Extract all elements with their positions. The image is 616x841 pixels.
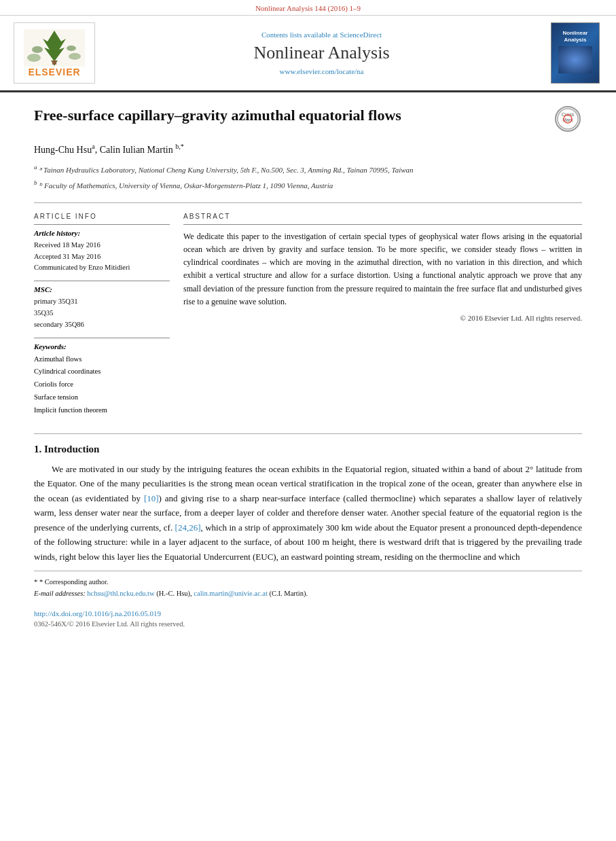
crossmark-badge[interactable]: Cross Mark xyxy=(555,106,582,133)
communicated-by: Communicated by Enzo Mitidieri xyxy=(34,262,170,274)
ref-10-link[interactable]: [10] xyxy=(144,493,159,503)
elsevier-brand-text: ELSEVIER xyxy=(28,67,80,77)
accepted-date: Accepted 31 May 2016 xyxy=(34,251,170,263)
footer-copyright: 0362-546X/© 2016 Elsevier Ltd. All right… xyxy=(34,620,582,628)
introduction-heading: 1. Introduction xyxy=(34,444,582,455)
received-date: Received 18 May 2016 xyxy=(34,240,170,251)
email-1-link[interactable]: hchsu@thl.ncku.edu.tw xyxy=(87,590,154,597)
keyword-5: Implicit function theorem xyxy=(34,404,170,417)
corresponding-author-note: * * Corresponding author. xyxy=(34,577,582,588)
elsevier-logo: ELSEVIER xyxy=(14,22,95,84)
svg-point-6 xyxy=(69,53,81,60)
svg-rect-2 xyxy=(52,60,56,65)
keywords-group: Keywords: Azimuthal flows Cylindrical co… xyxy=(34,338,170,417)
journal-name-heading: Nonlinear Analysis xyxy=(253,43,389,63)
journal-url[interactable]: www.elsevier.com/locate/na xyxy=(280,67,364,75)
email-2-link[interactable]: calin.martin@univie.ac.at xyxy=(194,590,268,597)
keywords-title: Keywords: xyxy=(34,342,170,351)
email-addresses-line: E-mail addresses: hchsu@thl.ncku.edu.tw … xyxy=(34,588,582,600)
history-title: Article history: xyxy=(34,229,170,237)
section-divider-2 xyxy=(34,433,582,434)
article-history-group: Article history: Received 18 May 2016 Ac… xyxy=(34,224,170,274)
cover-title: NonlinearAnalysis xyxy=(563,30,588,44)
article-info-column: ARTICLE INFO Article history: Received 1… xyxy=(34,213,170,424)
affiliation-b: b ᵇ Faculty of Mathematics, University o… xyxy=(34,178,582,192)
journal-center-info: Contents lists available at ScienceDirec… xyxy=(106,22,537,84)
authors-line: Hung-Chu Hsua, Calin Iulian Martin b,* xyxy=(34,143,582,156)
keyword-1: Azimuthal flows xyxy=(34,353,170,366)
keyword-4: Surface tension xyxy=(34,391,170,404)
affiliation-a: a ᵃ Tainan Hydraulics Laboratory, Nation… xyxy=(34,162,582,176)
keyword-3: Coriolis force xyxy=(34,378,170,391)
section-divider-1 xyxy=(34,202,582,203)
msc-secondary: secondary 35Q86 xyxy=(34,319,170,331)
abstract-label: ABSTRACT xyxy=(183,213,582,220)
cover-box: NonlinearAnalysis xyxy=(551,22,600,84)
journal-citation: Nonlinear Analysis 144 (2016) 1–9 xyxy=(255,4,361,12)
crossmark-icon: Cross Mark xyxy=(555,106,581,132)
ref-24-26-link[interactable]: [24,26] xyxy=(175,522,201,533)
cover-artwork xyxy=(558,46,592,73)
paper-title: Free-surface capillary–gravity azimuthal… xyxy=(34,106,582,126)
msc-group: MSC: primary 35Q31 35Q35 secondary 35Q86 xyxy=(34,281,170,330)
msc-primary: primary 35Q31 xyxy=(34,296,170,308)
article-info-label: ARTICLE INFO xyxy=(34,213,170,220)
abstract-text: We dedicate this paper to the investigat… xyxy=(183,230,582,308)
msc-codes: 35Q35 xyxy=(34,308,170,319)
keyword-2: Cylindrical coordinates xyxy=(34,365,170,378)
abstract-copyright: © 2016 Elsevier Ltd. All rights reserved… xyxy=(183,314,582,322)
author-names: Hung-Chu Hsua, Calin Iulian Martin b,* xyxy=(34,145,184,155)
doi-link[interactable]: http://dx.doi.org/10.1016/j.na.2016.05.0… xyxy=(34,609,582,618)
elsevier-tree-icon xyxy=(24,29,85,67)
affiliations: a ᵃ Tainan Hydraulics Laboratory, Nation… xyxy=(34,162,582,192)
journal-cover-image: NonlinearAnalysis xyxy=(548,22,602,84)
svg-point-5 xyxy=(27,54,41,62)
svg-point-3 xyxy=(32,46,43,53)
article-info-abstract-row: ARTICLE INFO Article history: Received 1… xyxy=(34,213,582,424)
contents-available-line: Contents lists available at ScienceDirec… xyxy=(261,31,382,39)
journal-header: ELSEVIER Contents lists available at Sci… xyxy=(0,16,616,92)
msc-title: MSC: xyxy=(34,285,170,293)
sciencedirect-link[interactable]: ScienceDirect xyxy=(340,31,382,39)
contents-label: Contents lists available at xyxy=(261,31,338,39)
footnote-area: * * Corresponding author. E-mail address… xyxy=(34,571,582,600)
svg-point-4 xyxy=(67,46,76,51)
abstract-column: ABSTRACT We dedicate this paper to the i… xyxy=(183,213,582,424)
footer-area: http://dx.doi.org/10.1016/j.na.2016.05.0… xyxy=(34,609,582,628)
paper-content: Cross Mark Free-surface capillary–gravit… xyxy=(0,92,616,641)
introduction-paragraph-1: We are motivated in our study by the int… xyxy=(34,462,582,564)
journal-citation-bar: Nonlinear Analysis 144 (2016) 1–9 xyxy=(0,0,616,16)
